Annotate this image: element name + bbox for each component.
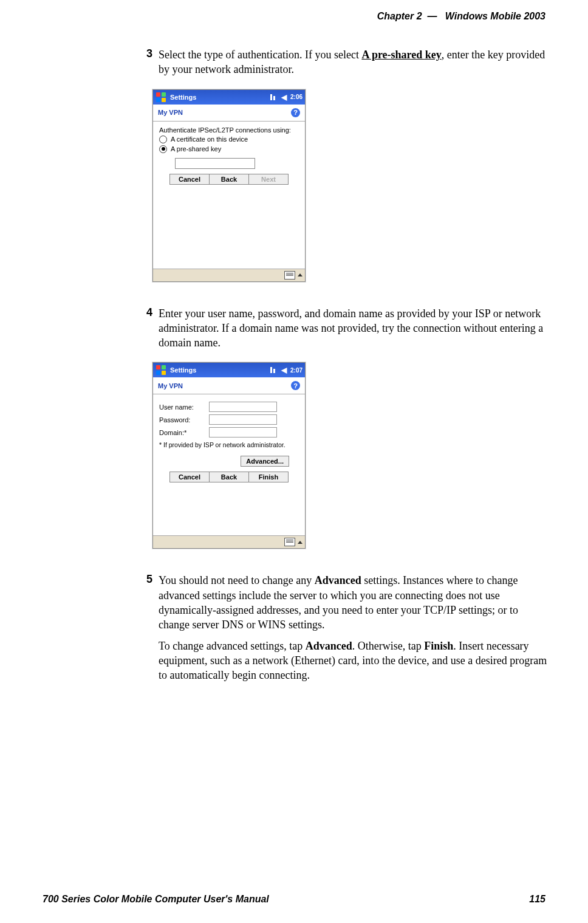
radio-certificate[interactable]: A certificate on this device: [159, 136, 299, 143]
step-5-p2c: . Otherwise, tap: [352, 640, 424, 652]
up-arrow-icon[interactable]: [298, 541, 303, 544]
step-5: 5 You should not need to change any Adva…: [137, 573, 552, 682]
label-password: Password:: [159, 416, 207, 424]
step-5-p2b: Advanced: [306, 640, 352, 652]
step-5-text: You should not need to change any Advanc…: [159, 573, 552, 682]
content-area: 3 Select the type of authentication. If …: [137, 47, 552, 694]
step-3-number: 3: [137, 47, 159, 77]
speaker-icon[interactable]: ◀: [281, 366, 287, 374]
finish-button[interactable]: Finish: [249, 472, 289, 482]
keyboard-icon[interactable]: [284, 538, 295, 546]
wm-time-1[interactable]: 2:06: [290, 94, 303, 100]
header-chapter-num: 2: [417, 11, 422, 21]
row-password: Password:: [159, 414, 299, 425]
label-domain: Domain:*: [159, 429, 207, 436]
header-dash: —: [427, 11, 437, 21]
page-footer: 700 Series Color Mobile Computer User's …: [43, 894, 545, 905]
row-username: User name:: [159, 402, 299, 412]
step-3-text-1: Select the type of authentication. If yo…: [159, 49, 361, 61]
button-row-1: Cancel Back Next: [159, 174, 299, 185]
step-5-p2d: Finish: [424, 640, 453, 652]
wm-tray-1: ◀ 2:06: [270, 93, 303, 101]
step-3: 3 Select the type of authentication. If …: [137, 47, 552, 77]
step-4: 4 Enter your user name, password, and do…: [137, 306, 552, 351]
step-4-number: 4: [137, 306, 159, 351]
wm-subhead-2: My VPN ?: [153, 377, 305, 394]
wm-body-1: Authenticate IPSec/L2TP connections usin…: [153, 122, 305, 269]
username-input[interactable]: [209, 402, 277, 412]
step-3-text: Select the type of authentication. If yo…: [159, 47, 552, 77]
step-5-p1a: You should not need to change any: [159, 574, 315, 586]
speaker-icon[interactable]: ◀: [281, 93, 287, 101]
wm-bottombar-1: [153, 269, 305, 281]
wm-titlebar-2: Settings ◀ 2:07: [153, 363, 305, 377]
help-icon[interactable]: ?: [291, 381, 300, 390]
radio-certificate-label: A certificate on this device: [171, 136, 248, 143]
cancel-button[interactable]: Cancel: [169, 174, 210, 185]
step-5-p1b: Advanced: [315, 574, 361, 586]
wm-window-2: Settings ◀ 2:07 My VPN ? User name:: [152, 362, 306, 549]
wm-subtitle-1: My VPN: [158, 109, 183, 116]
start-icon[interactable]: [156, 92, 166, 103]
domain-note: * If provided by ISP or network administ…: [159, 441, 299, 448]
radio-preshared-label: A pre-shared key: [171, 145, 221, 153]
back-button[interactable]: Back: [210, 174, 249, 185]
next-button: Next: [249, 174, 289, 185]
footer-manual: 700 Series Color Mobile Computer User's …: [43, 894, 269, 905]
help-icon[interactable]: ?: [291, 108, 300, 117]
document-page: Chapter 2 — Windows Mobile 2003 3 Select…: [0, 0, 588, 923]
wm-subtitle-2: My VPN: [158, 382, 183, 389]
radio-preshared[interactable]: A pre-shared key: [159, 145, 299, 153]
step-5-p2a: To change advanced settings, tap: [159, 640, 306, 652]
back-button[interactable]: Back: [210, 472, 249, 482]
step-4-text: Enter your user name, password, and doma…: [159, 306, 552, 351]
password-input[interactable]: [209, 414, 277, 425]
auth-prompt: Authenticate IPSec/L2TP connections usin…: [159, 126, 299, 134]
advanced-row: Advanced...: [159, 456, 299, 467]
header-chapter: Chapter: [377, 11, 414, 21]
radio-icon: [159, 136, 167, 143]
start-icon[interactable]: [156, 365, 166, 376]
header-title: Windows Mobile 2003: [445, 11, 545, 21]
row-domain: Domain:*: [159, 427, 299, 437]
screenshot-2: Settings ◀ 2:07 My VPN ? User name:: [152, 362, 552, 549]
step-3-bold-underline: A pre-shared key: [361, 49, 441, 61]
footer-page: 115: [529, 894, 545, 905]
page-header: Chapter 2 — Windows Mobile 2003: [377, 11, 545, 22]
wm-subhead-1: My VPN ?: [153, 105, 305, 122]
cancel-button[interactable]: Cancel: [169, 472, 210, 482]
signal-icon[interactable]: [270, 94, 278, 100]
wm-body-2: User name: Password: Domain:* * If provi…: [153, 394, 305, 535]
button-row-2: Cancel Back Finish: [159, 472, 299, 482]
wm-title-2: Settings: [170, 366, 270, 374]
wm-tray-2: ◀ 2:07: [270, 366, 303, 374]
wm-time-2[interactable]: 2:07: [290, 367, 303, 374]
screenshot-1: Settings ◀ 2:06 My VPN ? Authenticate IP…: [152, 89, 552, 282]
wm-window-1: Settings ◀ 2:06 My VPN ? Authenticate IP…: [152, 89, 306, 282]
label-username: User name:: [159, 403, 207, 411]
preshared-key-input[interactable]: [175, 158, 255, 169]
domain-input[interactable]: [209, 427, 277, 437]
radio-icon: [159, 145, 167, 153]
signal-icon[interactable]: [270, 367, 278, 373]
wm-title-1: Settings: [170, 94, 270, 101]
step-5-number: 5: [137, 573, 159, 682]
advanced-button[interactable]: Advanced...: [241, 456, 289, 467]
wm-bottombar-2: [153, 535, 305, 548]
wm-titlebar-1: Settings ◀ 2:06: [153, 90, 305, 105]
keyboard-icon[interactable]: [284, 271, 295, 280]
up-arrow-icon[interactable]: [298, 273, 303, 276]
